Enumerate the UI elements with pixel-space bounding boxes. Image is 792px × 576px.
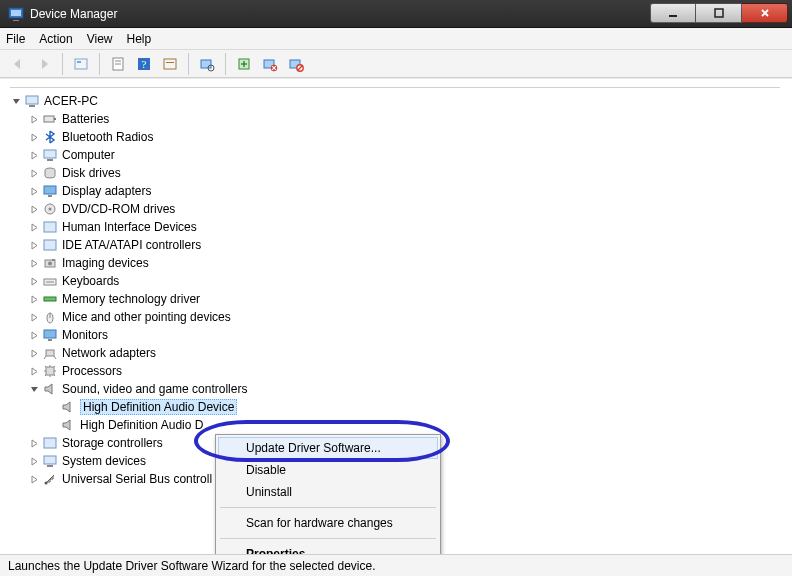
- context-menu-item[interactable]: Disable: [218, 459, 438, 481]
- device-icon: [42, 381, 58, 397]
- svg-rect-7: [75, 59, 87, 69]
- menu-view[interactable]: View: [87, 32, 113, 46]
- expand-icon[interactable]: [28, 258, 40, 268]
- tree-node[interactable]: Processors: [10, 362, 780, 380]
- device-label: Human Interface Devices: [62, 220, 197, 234]
- svg-rect-14: [164, 59, 176, 69]
- expand-icon[interactable]: [28, 330, 40, 340]
- context-menu-item[interactable]: Scan for hardware changes: [218, 512, 438, 534]
- svg-rect-28: [44, 116, 54, 122]
- device-icon: [42, 345, 58, 361]
- expand-icon[interactable]: [28, 366, 40, 376]
- expand-icon[interactable]: [28, 384, 40, 394]
- tree-node[interactable]: Disk drives: [10, 164, 780, 182]
- tree-leaf[interactable]: High Definition Audio D: [10, 416, 780, 434]
- expand-icon[interactable]: [28, 294, 40, 304]
- statusbar: Launches the Update Driver Software Wiza…: [0, 554, 792, 576]
- expand-icon[interactable]: [28, 114, 40, 124]
- device-icon: [42, 219, 58, 235]
- device-icon: [42, 237, 58, 253]
- expand-icon[interactable]: [10, 96, 22, 106]
- device-label: Processors: [62, 364, 122, 378]
- disable-button[interactable]: [284, 53, 308, 75]
- device-icon: [24, 93, 40, 109]
- close-button[interactable]: [742, 3, 788, 23]
- context-menu-item[interactable]: Uninstall: [218, 481, 438, 503]
- tree-node[interactable]: Keyboards: [10, 272, 780, 290]
- expand-icon[interactable]: [28, 186, 40, 196]
- svg-rect-44: [44, 297, 56, 301]
- device-icon: [42, 201, 58, 217]
- device-icon: [42, 327, 58, 343]
- back-button[interactable]: [6, 53, 30, 75]
- expand-icon[interactable]: [28, 276, 40, 286]
- tree-root-node[interactable]: ACER-PC: [10, 92, 780, 110]
- svg-rect-52: [44, 456, 56, 464]
- tree-node[interactable]: Network adapters: [10, 344, 780, 362]
- tree-node[interactable]: Human Interface Devices: [10, 218, 780, 236]
- expand-icon[interactable]: [28, 438, 40, 448]
- menu-help[interactable]: Help: [127, 32, 152, 46]
- svg-rect-16: [201, 60, 211, 68]
- context-menu-item[interactable]: Update Driver Software...: [218, 437, 438, 459]
- device-label: Disk drives: [62, 166, 121, 180]
- expand-icon[interactable]: [28, 150, 40, 160]
- expand-icon[interactable]: [28, 240, 40, 250]
- device-icon: [42, 255, 58, 271]
- expand-icon[interactable]: [28, 168, 40, 178]
- scan-button[interactable]: [195, 53, 219, 75]
- status-text: Launches the Update Driver Software Wiza…: [8, 559, 376, 573]
- device-icon: [60, 399, 76, 415]
- device-icon: [42, 183, 58, 199]
- tree-node[interactable]: Mice and other pointing devices: [10, 308, 780, 326]
- expand-icon[interactable]: [28, 132, 40, 142]
- expand-icon[interactable]: [28, 312, 40, 322]
- action-button[interactable]: [158, 53, 182, 75]
- device-label: Display adapters: [62, 184, 151, 198]
- tree-node[interactable]: Bluetooth Radios: [10, 128, 780, 146]
- properties-button[interactable]: [106, 53, 130, 75]
- toolbar: ?: [0, 50, 792, 78]
- device-icon: [42, 111, 58, 127]
- tree-node[interactable]: Memory technology driver: [10, 290, 780, 308]
- expand-icon[interactable]: [28, 222, 40, 232]
- device-icon: [42, 435, 58, 451]
- menu-action[interactable]: Action: [39, 32, 72, 46]
- device-label: Batteries: [62, 112, 109, 126]
- expand-icon[interactable]: [28, 204, 40, 214]
- tree-leaf[interactable]: High Definition Audio Device: [10, 398, 780, 416]
- tree-node[interactable]: Batteries: [10, 110, 780, 128]
- expand-icon[interactable]: [28, 348, 40, 358]
- device-icon: [42, 291, 58, 307]
- device-icon: [42, 363, 58, 379]
- tree-node[interactable]: IDE ATA/ATAPI controllers: [10, 236, 780, 254]
- tree-node[interactable]: Imaging devices: [10, 254, 780, 272]
- menu-file[interactable]: File: [6, 32, 25, 46]
- tree-node[interactable]: Computer: [10, 146, 780, 164]
- svg-point-40: [48, 262, 52, 266]
- tree-node[interactable]: DVD/CD-ROM drives: [10, 200, 780, 218]
- svg-rect-47: [44, 330, 56, 338]
- show-hidden-button[interactable]: [69, 53, 93, 75]
- svg-rect-15: [166, 62, 174, 63]
- uninstall-button[interactable]: [258, 53, 282, 75]
- minimize-button[interactable]: [650, 3, 696, 23]
- svg-rect-4: [715, 9, 723, 17]
- expand-icon[interactable]: [28, 456, 40, 466]
- update-driver-button[interactable]: [232, 53, 256, 75]
- device-icon: [42, 129, 58, 145]
- device-label: IDE ATA/ATAPI controllers: [62, 238, 201, 252]
- tree-node[interactable]: Display adapters: [10, 182, 780, 200]
- maximize-button[interactable]: [696, 3, 742, 23]
- forward-button[interactable]: [32, 53, 56, 75]
- expand-icon[interactable]: [28, 474, 40, 484]
- tree-node[interactable]: Sound, video and game controllers: [10, 380, 780, 398]
- svg-rect-8: [77, 61, 81, 63]
- tree-node[interactable]: Monitors: [10, 326, 780, 344]
- device-label: Universal Serial Bus controll: [62, 472, 212, 486]
- device-icon: [42, 147, 58, 163]
- help-button[interactable]: ?: [132, 53, 156, 75]
- svg-rect-53: [47, 465, 53, 467]
- device-label: Keyboards: [62, 274, 119, 288]
- app-icon: [8, 6, 24, 22]
